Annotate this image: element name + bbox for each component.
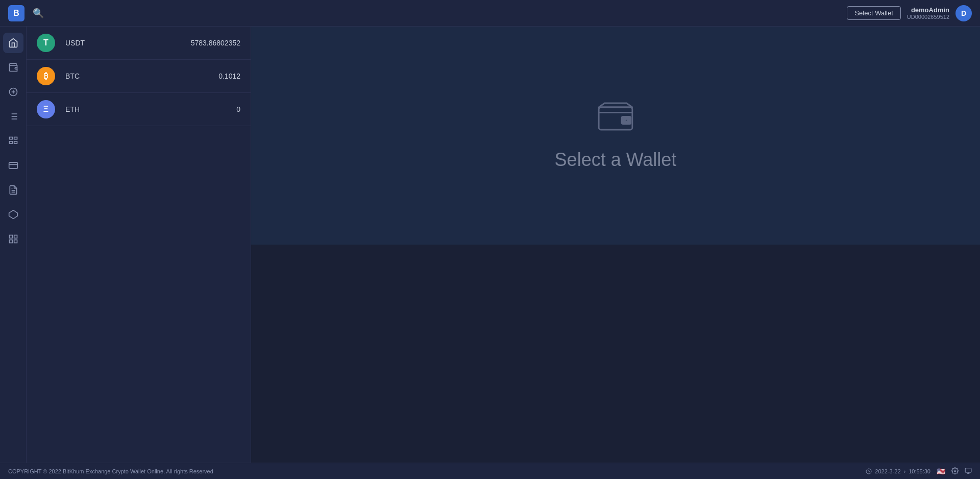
svg-rect-11 xyxy=(9,141,12,143)
svg-rect-20 xyxy=(9,240,12,243)
footer-right: 2022-3-22 › 10:55:30 🇺🇸 xyxy=(866,467,972,475)
app-logo[interactable]: B xyxy=(8,5,24,21)
coin-name-eth: ETH xyxy=(65,105,226,113)
svg-point-24 xyxy=(625,119,627,122)
user-id: UD00002659512 xyxy=(907,14,949,20)
svg-rect-27 xyxy=(965,468,971,472)
svg-rect-9 xyxy=(9,137,12,139)
sidebar-item-wallet[interactable] xyxy=(3,57,23,78)
sidebar xyxy=(0,27,27,463)
coin-name-usdt: USDT xyxy=(65,39,181,47)
header: B 🔍 Select Wallet demoAdmin UD0000265951… xyxy=(0,0,980,27)
coin-balance-usdt: 5783.86802352 xyxy=(191,39,240,47)
sidebar-item-grid[interactable] xyxy=(3,229,23,249)
right-empty-area xyxy=(251,245,980,463)
layout: T USDT 5783.86802352 ₿ BTC 0.1012 Ξ ETH … xyxy=(0,27,980,463)
coin-icon-btc: ₿ xyxy=(37,67,55,85)
footer: COPYRIGHT © 2022 BitKhum Exchange Crypto… xyxy=(0,463,980,479)
search-icon[interactable]: 🔍 xyxy=(33,8,44,19)
sidebar-item-network[interactable] xyxy=(3,204,23,225)
display-icon[interactable] xyxy=(965,467,972,475)
wallet-large-icon xyxy=(597,101,634,139)
wallet-list-panel: T USDT 5783.86802352 ₿ BTC 0.1012 Ξ ETH … xyxy=(27,27,251,463)
sidebar-item-exchange[interactable] xyxy=(3,82,23,102)
coin-balance-btc: 0.1012 xyxy=(218,72,240,80)
svg-marker-17 xyxy=(9,210,17,219)
svg-point-26 xyxy=(954,470,956,472)
footer-copyright: COPYRIGHT © 2022 BitKhum Exchange Crypto… xyxy=(8,468,213,474)
coin-icon-eth: Ξ xyxy=(37,100,55,118)
svg-rect-18 xyxy=(9,235,12,238)
sidebar-item-history[interactable] xyxy=(3,131,23,151)
header-right: Select Wallet demoAdmin UD00002659512 D xyxy=(847,5,972,21)
sidebar-item-home[interactable] xyxy=(3,33,23,53)
footer-datetime: 2022-3-22 › 10:55:30 xyxy=(866,468,930,474)
settings-icon[interactable] xyxy=(951,467,959,475)
svg-rect-21 xyxy=(14,240,17,243)
wallet-row[interactable]: Ξ ETH 0 xyxy=(27,93,251,126)
coin-balance-eth: 0 xyxy=(236,105,240,113)
sidebar-item-reports[interactable] xyxy=(3,180,23,200)
select-wallet-button[interactable]: Select Wallet xyxy=(847,6,900,20)
avatar[interactable]: D xyxy=(955,5,972,21)
svg-rect-19 xyxy=(14,235,17,238)
select-wallet-panel: Select a Wallet xyxy=(251,27,980,245)
footer-time-value: 10:55:30 xyxy=(909,468,930,474)
select-wallet-placeholder: Select a Wallet xyxy=(555,101,677,171)
coin-icon-usdt: T xyxy=(37,34,55,52)
svg-rect-13 xyxy=(9,162,17,169)
sidebar-item-cards[interactable] xyxy=(3,155,23,176)
user-info: demoAdmin UD00002659512 xyxy=(907,6,949,20)
sidebar-item-orders[interactable] xyxy=(3,106,23,127)
svg-rect-12 xyxy=(14,141,17,143)
select-wallet-label: Select a Wallet xyxy=(555,149,677,171)
wallet-row[interactable]: ₿ BTC 0.1012 xyxy=(27,60,251,93)
footer-arrow: › xyxy=(904,468,906,474)
user-name: demoAdmin xyxy=(911,6,949,14)
coin-name-btc: BTC xyxy=(65,72,208,80)
header-left: B 🔍 xyxy=(8,5,44,21)
flag-icon: 🇺🇸 xyxy=(937,467,945,475)
svg-rect-10 xyxy=(14,137,17,139)
wallet-row[interactable]: T USDT 5783.86802352 xyxy=(27,27,251,60)
footer-date: 2022-3-22 xyxy=(875,468,900,474)
main-content: T USDT 5783.86802352 ₿ BTC 0.1012 Ξ ETH … xyxy=(27,27,980,463)
